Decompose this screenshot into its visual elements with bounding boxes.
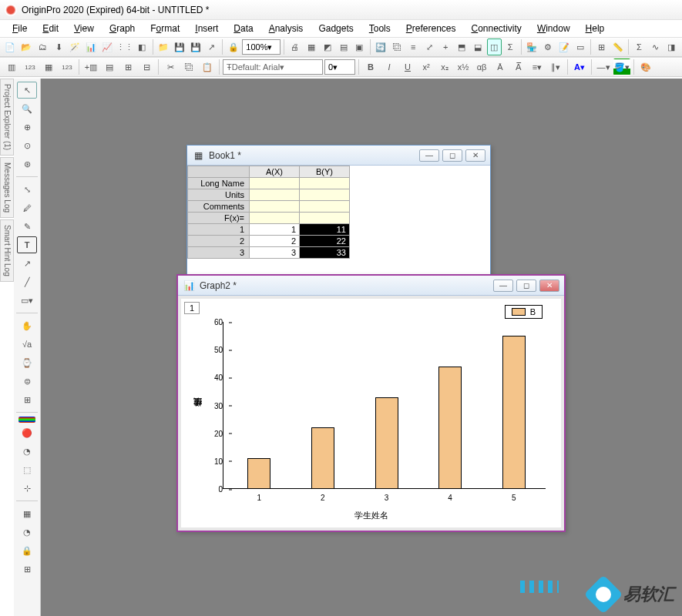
menu-analysis[interactable]: Analysis [263,22,310,35]
close-button[interactable]: ✕ [465,149,485,162]
print-icon[interactable]: 🖨 [287,38,302,55]
chart-scatter-icon[interactable]: ⋮⋮ [116,38,133,55]
chart-3d-icon[interactable]: ◧ [135,38,150,55]
col-list-icon[interactable]: ▤ [101,59,118,75]
notes-icon[interactable]: 📝 [556,38,571,55]
open-folder-icon[interactable]: 📁 [156,38,171,55]
pan-icon[interactable]: ✋ [17,317,37,334]
new-workbook-icon[interactable]: ▦ [304,38,318,55]
line-tool-icon[interactable]: ╱ [17,273,37,290]
menu-format[interactable]: Format [144,22,186,35]
bar[interactable] [438,367,462,489]
draw-icon[interactable]: ✎ [17,218,37,235]
paste-icon[interactable]: 📋 [199,59,216,75]
maximize-button[interactable]: ◻ [442,149,462,162]
col-123-icon[interactable]: 123 [22,59,39,75]
rect-icon[interactable]: ▭▾ [17,292,37,309]
col-a-header[interactable]: A(X) [250,166,300,178]
worksheet-icon[interactable]: ▦ [17,505,37,522]
graph2-titlebar[interactable]: 📊 Graph2 * — ◻ ✕ [178,276,564,296]
text-icon[interactable]: T [17,236,37,253]
layer-icon[interactable]: ≡ [406,38,421,55]
insert-plot-icon[interactable]: ⊹ [17,480,37,497]
lock-icon[interactable]: 🔒 [17,542,37,559]
col-b-header[interactable]: B(Y) [300,166,350,178]
side-tab-project-explorer[interactable]: Project Explorer (1) [0,79,14,156]
layer-number[interactable]: 1 [184,302,200,314]
menu-insert[interactable]: Insert [189,22,224,35]
graph2-window[interactable]: 📊 Graph2 * — ◻ ✕ 1 B 学生成绩 学生姓名 010203040… [176,274,566,532]
open-icon[interactable]: 📂 [19,38,34,55]
menu-graph[interactable]: Graph [103,22,141,35]
line-icon[interactable]: ∥▾ [547,59,564,75]
new-layout-icon[interactable]: ▣ [352,38,367,55]
menu-file[interactable]: File [6,22,33,35]
digitizer-icon[interactable]: ⊞ [594,38,609,55]
mask-tool-icon[interactable]: 🖉 [17,199,37,216]
stats-icon[interactable]: Σ [503,38,518,55]
sum-icon[interactable]: Σ [632,38,647,55]
col-xyz-icon[interactable]: 123 [59,59,76,75]
menu-connectivity[interactable]: Connectivity [465,22,528,35]
template-icon[interactable]: 🗂 [35,38,50,55]
col-a-icon[interactable]: ▥ [3,59,20,75]
new-graph-icon[interactable]: ◩ [320,38,334,55]
add-col-icon[interactable]: +▥ [82,59,99,75]
add-layer-icon[interactable]: + [438,38,453,55]
new-project-icon[interactable]: 📄 [3,38,18,55]
side-tab-messages[interactable]: Messages Log [0,157,14,218]
rescale-icon[interactable]: ⤢ [422,38,437,55]
bar[interactable] [311,427,334,489]
fill-color-icon[interactable]: 🪣▾ [613,59,630,75]
theme-icon[interactable]: 🎨 [637,59,654,75]
zoom-combo[interactable]: 100% ▾ [242,39,281,55]
data-reader-icon[interactable]: ⊛ [17,156,37,172]
new-matrix-icon[interactable]: ▤ [336,38,351,55]
saveas-icon[interactable]: 💾 [189,38,203,55]
maximize-button[interactable]: ◻ [516,280,536,292]
bar[interactable] [502,336,526,489]
col-stats-icon[interactable]: ▦ [40,59,57,75]
import-icon[interactable]: ⬇ [52,38,66,55]
region-icon[interactable]: ⊜ [17,373,37,390]
supsub-icon[interactable]: x½ [455,59,472,75]
duplicate-icon[interactable]: ⿻ [390,38,405,55]
cut-icon[interactable]: ✂ [162,59,179,75]
superscript-icon[interactable]: x² [418,59,435,75]
save-icon[interactable]: 💾 [173,38,187,55]
wizard-icon[interactable]: 🪄 [68,38,82,55]
menu-window[interactable]: Window [531,22,576,35]
chart-bar-icon[interactable]: 📊 [84,38,99,55]
worksheet-table[interactable]: A(X)B(Y) Long Name Units Comments F(x)= … [187,166,350,259]
graph-canvas[interactable]: 1 B 学生成绩 学生姓名 010203040506012345 [181,299,561,527]
menu-preferences[interactable]: Preferences [400,22,462,35]
close-button[interactable]: ✕ [539,280,559,292]
mask-icon[interactable]: ◨ [664,38,679,55]
italic-icon[interactable]: I [381,59,398,75]
menu-data[interactable]: Data [227,22,259,35]
font-color-icon[interactable]: A▾ [571,59,588,75]
formula-icon[interactable]: √a [17,336,37,353]
ruler-icon[interactable]: 📏 [610,38,625,55]
export-icon[interactable]: ↗ [205,38,220,55]
align-icon[interactable]: ≡▾ [529,59,546,75]
zoom-in-icon[interactable]: 🔍 [17,100,37,117]
subscript-icon[interactable]: x₂ [436,59,453,75]
font-big-icon[interactable]: Ā [492,59,509,75]
menu-view[interactable]: View [68,22,100,35]
col-sort-icon[interactable]: ⊟ [138,59,155,75]
recalc-icon[interactable]: 🔒 [226,38,240,55]
grid-icon[interactable]: ⊞ [17,561,37,578]
app-center-icon[interactable]: 🏪 [524,38,539,55]
insert-icon[interactable]: ⊞ [17,391,37,408]
side-tab-smart-hint[interactable]: Smart Hint Log [0,219,14,282]
fit-icon[interactable]: ∿ [648,38,663,55]
legend[interactable]: B [505,305,543,319]
minimize-button[interactable]: — [419,149,439,162]
palette3-icon[interactable]: ◔ [17,443,37,460]
chart-line-icon[interactable]: 📈 [100,38,115,55]
underline-icon[interactable]: U [399,59,416,75]
palette1-icon[interactable] [18,417,35,423]
screen-reader-icon[interactable]: ⊙ [17,137,37,154]
object-icon[interactable]: ⬚ [17,461,37,478]
